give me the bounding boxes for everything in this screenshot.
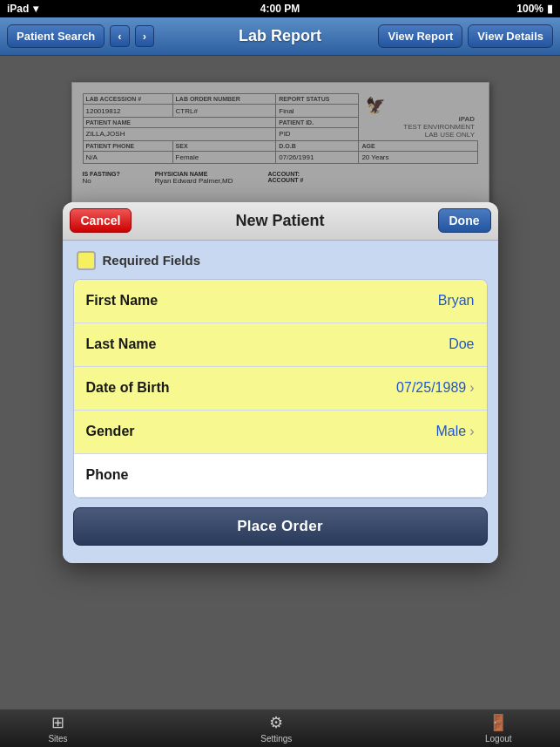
tab-logout-label: Logout	[485, 734, 512, 744]
phone-input[interactable]	[300, 467, 475, 483]
last-name-row[interactable]: Last Name Doe	[74, 323, 487, 367]
tab-sites-label: Sites	[48, 734, 67, 744]
place-order-button[interactable]: Place Order	[73, 507, 488, 546]
settings-icon: ⚙	[269, 713, 283, 732]
battery-icon: ▮	[547, 3, 553, 15]
status-time: 4:00 PM	[260, 3, 300, 15]
back-button[interactable]: ‹	[110, 25, 129, 47]
first-name-value: Bryan	[438, 293, 475, 309]
dob-chevron-icon: ›	[469, 380, 474, 396]
modal-title: New Patient	[235, 212, 324, 230]
dob-field-label: Date of Birth	[86, 380, 170, 396]
tab-sites[interactable]: ⊞ Sites	[48, 713, 67, 744]
cancel-button[interactable]: Cancel	[70, 208, 132, 233]
status-right: 100% ▮	[516, 3, 553, 15]
modal-body: Required Fields First Name Bryan Last Na…	[63, 241, 498, 563]
ipad-label: iPad	[7, 3, 29, 15]
dob-field-value: 07/25/1989 ›	[396, 380, 474, 396]
required-fields-label: Required Fields	[103, 253, 201, 268]
header-title: Lab Report	[239, 27, 321, 45]
background-content: LAB ACCESSION # LAB ORDER NUMBER REPORT …	[0, 56, 560, 709]
battery-percent: 100%	[516, 3, 543, 15]
required-fields-row: Required Fields	[73, 249, 488, 272]
logout-icon: 🚪	[489, 713, 508, 732]
header: Patient Search ‹ › Lab Report View Repor…	[0, 17, 560, 56]
gender-row[interactable]: Gender Male ›	[74, 411, 487, 454]
required-checkbox[interactable]	[77, 251, 96, 270]
gender-value: Male ›	[435, 424, 474, 439]
phone-field-label: Phone	[86, 467, 129, 483]
modal-overlay: Cancel New Patient Done Required Fields …	[0, 56, 560, 709]
new-patient-modal: Cancel New Patient Done Required Fields …	[63, 202, 498, 563]
first-name-label: First Name	[86, 293, 159, 309]
header-right: View Report View Details	[378, 24, 553, 48]
modal-header: Cancel New Patient Done	[63, 202, 498, 241]
done-button[interactable]: Done	[438, 208, 491, 233]
forward-button[interactable]: ›	[135, 25, 154, 47]
last-name-label: Last Name	[86, 336, 157, 352]
first-name-row[interactable]: First Name Bryan	[74, 280, 487, 323]
gender-label: Gender	[86, 424, 135, 439]
form-container: First Name Bryan Last Name Doe Date of B…	[73, 279, 488, 499]
view-report-button[interactable]: View Report	[378, 24, 462, 48]
tab-settings[interactable]: ⚙ Settings	[260, 713, 292, 744]
gender-chevron-icon: ›	[469, 424, 474, 439]
patient-search-button[interactable]: Patient Search	[7, 24, 105, 48]
sites-icon: ⊞	[51, 713, 64, 732]
status-bar: iPad ▾ 4:00 PM 100% ▮	[0, 0, 560, 17]
header-left: Patient Search ‹ ›	[7, 24, 154, 48]
phone-row[interactable]: Phone	[74, 454, 487, 498]
status-left: iPad ▾	[7, 3, 38, 15]
wifi-icon: ▾	[33, 3, 38, 15]
last-name-value: Doe	[449, 336, 474, 352]
view-details-button[interactable]: View Details	[468, 24, 553, 48]
tab-bar: ⊞ Sites ⚙ Settings 🚪 Logout	[0, 709, 560, 747]
tab-settings-label: Settings	[260, 734, 292, 744]
tab-logout[interactable]: 🚪 Logout	[485, 713, 512, 744]
dob-row[interactable]: Date of Birth 07/25/1989 ›	[74, 367, 487, 411]
